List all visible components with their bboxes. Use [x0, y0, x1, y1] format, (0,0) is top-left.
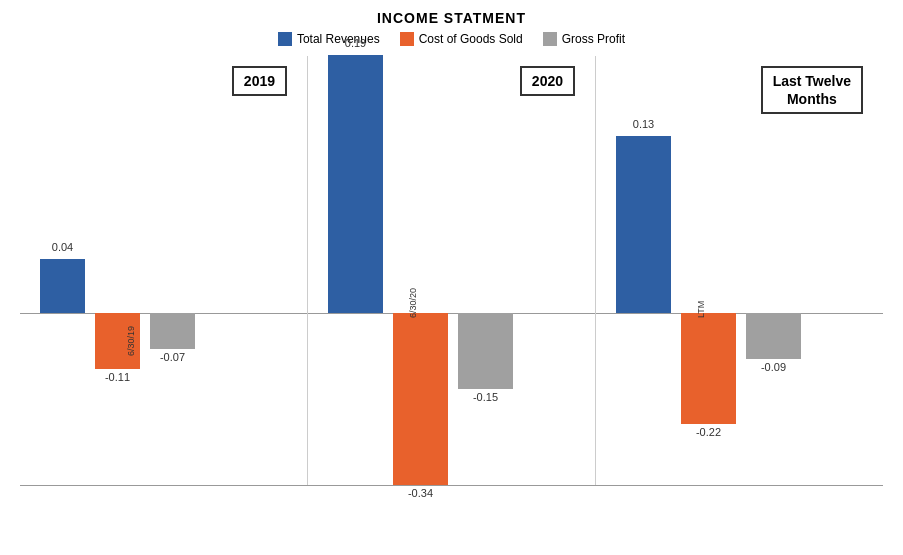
legend-swatch — [278, 32, 292, 46]
groups-row: 2019 0.04 6/30/19 -0.11 -0.07 — [20, 56, 883, 485]
bar-label-revenue-2020: 0.19 — [328, 37, 383, 49]
zero-line-2 — [308, 313, 595, 314]
bar-profit-2020 — [458, 313, 513, 389]
group-label-2019: 2019 — [232, 66, 287, 96]
legend-swatch — [543, 32, 557, 46]
bar-revenue-2020 — [328, 55, 383, 313]
legend: Total RevenuesCost of Goods SoldGross Pr… — [20, 32, 883, 46]
group-ltm: Last Twelve Months 0.13 LTM -0.22 -0.09 — [596, 56, 883, 485]
bar-label-cogs-ltm: -0.22 — [681, 426, 736, 438]
bar-revenue-ltm — [616, 136, 671, 313]
bar-label-revenue-ltm: 0.13 — [616, 118, 671, 130]
chart-title: INCOME STATMENT — [20, 10, 883, 26]
legend-item-costofgoodssold: Cost of Goods Sold — [400, 32, 523, 46]
bar-label-cogs-2020: -0.34 — [393, 487, 448, 499]
bar-cogs-ltm — [681, 313, 736, 424]
legend-label: Gross Profit — [562, 32, 625, 46]
zero-line-3 — [596, 313, 883, 314]
legend-swatch — [400, 32, 414, 46]
bar-revenue-2019 — [40, 259, 85, 313]
group-2020: 2020 0.19 6/30/20 -0.34 -0.15 — [308, 56, 596, 485]
chart-container: INCOME STATMENT Total RevenuesCost of Go… — [0, 0, 903, 555]
legend-label: Cost of Goods Sold — [419, 32, 523, 46]
chart-area: 2019 0.04 6/30/19 -0.11 -0.07 — [20, 56, 883, 486]
bar-label-profit-ltm: -0.09 — [746, 361, 801, 373]
group-label-ltm: Last Twelve Months — [761, 66, 863, 114]
bar-cogs-2020 — [393, 313, 448, 485]
bar-profit-2019 — [150, 313, 195, 349]
bar-sublabel-cogs-ltm: LTM — [696, 301, 706, 318]
legend-item-grossprofit: Gross Profit — [543, 32, 625, 46]
group-label-2020: 2020 — [520, 66, 575, 96]
bar-label-cogs-2019: -0.11 — [95, 371, 140, 383]
bar-sublabel-cogs-2019: 6/30/19 — [126, 319, 136, 364]
bar-sublabel-cogs-2020: 6/30/20 — [408, 288, 418, 318]
bar-profit-ltm — [746, 313, 801, 359]
bar-label-profit-2019: -0.07 — [150, 351, 195, 363]
bar-label-revenue-2019: 0.04 — [40, 241, 85, 253]
bar-label-profit-2020: -0.15 — [458, 391, 513, 403]
group-2019: 2019 0.04 6/30/19 -0.11 -0.07 — [20, 56, 308, 485]
